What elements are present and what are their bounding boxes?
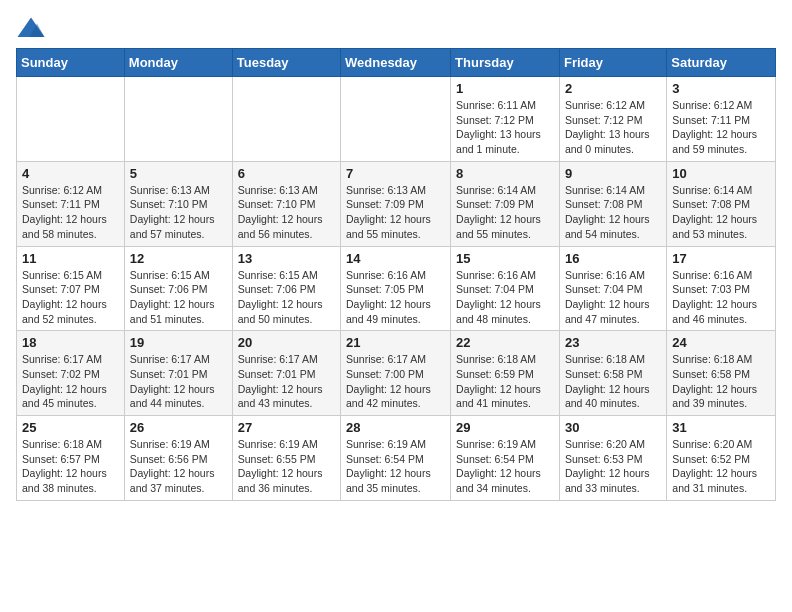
day-number: 10 [672, 166, 770, 181]
calendar-cell: 23Sunrise: 6:18 AM Sunset: 6:58 PM Dayli… [559, 331, 666, 416]
day-number: 22 [456, 335, 554, 350]
calendar-cell: 25Sunrise: 6:18 AM Sunset: 6:57 PM Dayli… [17, 416, 125, 501]
day-number: 20 [238, 335, 335, 350]
logo [16, 16, 48, 40]
calendar-cell [341, 77, 451, 162]
calendar-cell: 30Sunrise: 6:20 AM Sunset: 6:53 PM Dayli… [559, 416, 666, 501]
calendar-cell: 4Sunrise: 6:12 AM Sunset: 7:11 PM Daylig… [17, 161, 125, 246]
header-day-friday: Friday [559, 49, 666, 77]
calendar-cell: 18Sunrise: 6:17 AM Sunset: 7:02 PM Dayli… [17, 331, 125, 416]
day-info: Sunrise: 6:16 AM Sunset: 7:05 PM Dayligh… [346, 268, 445, 327]
calendar-cell: 13Sunrise: 6:15 AM Sunset: 7:06 PM Dayli… [232, 246, 340, 331]
day-number: 8 [456, 166, 554, 181]
day-info: Sunrise: 6:12 AM Sunset: 7:11 PM Dayligh… [672, 98, 770, 157]
day-number: 28 [346, 420, 445, 435]
calendar-cell: 12Sunrise: 6:15 AM Sunset: 7:06 PM Dayli… [124, 246, 232, 331]
day-number: 4 [22, 166, 119, 181]
calendar-week-5: 25Sunrise: 6:18 AM Sunset: 6:57 PM Dayli… [17, 416, 776, 501]
calendar-week-3: 11Sunrise: 6:15 AM Sunset: 7:07 PM Dayli… [17, 246, 776, 331]
calendar-header-row: SundayMondayTuesdayWednesdayThursdayFrid… [17, 49, 776, 77]
day-info: Sunrise: 6:16 AM Sunset: 7:04 PM Dayligh… [565, 268, 661, 327]
calendar-cell: 31Sunrise: 6:20 AM Sunset: 6:52 PM Dayli… [667, 416, 776, 501]
day-number: 2 [565, 81, 661, 96]
day-number: 23 [565, 335, 661, 350]
calendar-week-4: 18Sunrise: 6:17 AM Sunset: 7:02 PM Dayli… [17, 331, 776, 416]
day-number: 25 [22, 420, 119, 435]
calendar-cell: 24Sunrise: 6:18 AM Sunset: 6:58 PM Dayli… [667, 331, 776, 416]
day-number: 17 [672, 251, 770, 266]
day-info: Sunrise: 6:17 AM Sunset: 7:01 PM Dayligh… [130, 352, 227, 411]
day-info: Sunrise: 6:18 AM Sunset: 6:58 PM Dayligh… [672, 352, 770, 411]
header [16, 16, 776, 40]
calendar-cell: 16Sunrise: 6:16 AM Sunset: 7:04 PM Dayli… [559, 246, 666, 331]
day-info: Sunrise: 6:18 AM Sunset: 6:57 PM Dayligh… [22, 437, 119, 496]
day-info: Sunrise: 6:15 AM Sunset: 7:06 PM Dayligh… [130, 268, 227, 327]
day-info: Sunrise: 6:19 AM Sunset: 6:54 PM Dayligh… [346, 437, 445, 496]
calendar-cell: 27Sunrise: 6:19 AM Sunset: 6:55 PM Dayli… [232, 416, 340, 501]
day-info: Sunrise: 6:12 AM Sunset: 7:11 PM Dayligh… [22, 183, 119, 242]
day-info: Sunrise: 6:20 AM Sunset: 6:52 PM Dayligh… [672, 437, 770, 496]
calendar-cell: 29Sunrise: 6:19 AM Sunset: 6:54 PM Dayli… [451, 416, 560, 501]
calendar-cell: 10Sunrise: 6:14 AM Sunset: 7:08 PM Dayli… [667, 161, 776, 246]
calendar-cell: 5Sunrise: 6:13 AM Sunset: 7:10 PM Daylig… [124, 161, 232, 246]
day-info: Sunrise: 6:16 AM Sunset: 7:04 PM Dayligh… [456, 268, 554, 327]
day-info: Sunrise: 6:13 AM Sunset: 7:09 PM Dayligh… [346, 183, 445, 242]
day-number: 21 [346, 335, 445, 350]
calendar-cell: 19Sunrise: 6:17 AM Sunset: 7:01 PM Dayli… [124, 331, 232, 416]
day-number: 3 [672, 81, 770, 96]
calendar-cell: 8Sunrise: 6:14 AM Sunset: 7:09 PM Daylig… [451, 161, 560, 246]
calendar-cell: 20Sunrise: 6:17 AM Sunset: 7:01 PM Dayli… [232, 331, 340, 416]
calendar-cell: 22Sunrise: 6:18 AM Sunset: 6:59 PM Dayli… [451, 331, 560, 416]
day-info: Sunrise: 6:11 AM Sunset: 7:12 PM Dayligh… [456, 98, 554, 157]
calendar-cell: 14Sunrise: 6:16 AM Sunset: 7:05 PM Dayli… [341, 246, 451, 331]
day-number: 16 [565, 251, 661, 266]
calendar-table: SundayMondayTuesdayWednesdayThursdayFrid… [16, 48, 776, 501]
day-number: 1 [456, 81, 554, 96]
day-info: Sunrise: 6:20 AM Sunset: 6:53 PM Dayligh… [565, 437, 661, 496]
day-number: 27 [238, 420, 335, 435]
calendar-week-1: 1Sunrise: 6:11 AM Sunset: 7:12 PM Daylig… [17, 77, 776, 162]
header-day-sunday: Sunday [17, 49, 125, 77]
day-number: 19 [130, 335, 227, 350]
calendar-cell: 7Sunrise: 6:13 AM Sunset: 7:09 PM Daylig… [341, 161, 451, 246]
day-number: 18 [22, 335, 119, 350]
day-number: 12 [130, 251, 227, 266]
header-day-saturday: Saturday [667, 49, 776, 77]
day-info: Sunrise: 6:14 AM Sunset: 7:08 PM Dayligh… [672, 183, 770, 242]
day-number: 14 [346, 251, 445, 266]
calendar-cell: 11Sunrise: 6:15 AM Sunset: 7:07 PM Dayli… [17, 246, 125, 331]
calendar-cell [124, 77, 232, 162]
calendar-cell: 15Sunrise: 6:16 AM Sunset: 7:04 PM Dayli… [451, 246, 560, 331]
day-number: 15 [456, 251, 554, 266]
day-info: Sunrise: 6:12 AM Sunset: 7:12 PM Dayligh… [565, 98, 661, 157]
day-info: Sunrise: 6:18 AM Sunset: 6:59 PM Dayligh… [456, 352, 554, 411]
day-info: Sunrise: 6:17 AM Sunset: 7:00 PM Dayligh… [346, 352, 445, 411]
calendar-week-2: 4Sunrise: 6:12 AM Sunset: 7:11 PM Daylig… [17, 161, 776, 246]
calendar-cell: 21Sunrise: 6:17 AM Sunset: 7:00 PM Dayli… [341, 331, 451, 416]
day-info: Sunrise: 6:17 AM Sunset: 7:02 PM Dayligh… [22, 352, 119, 411]
calendar-cell [232, 77, 340, 162]
day-info: Sunrise: 6:19 AM Sunset: 6:56 PM Dayligh… [130, 437, 227, 496]
calendar-cell: 17Sunrise: 6:16 AM Sunset: 7:03 PM Dayli… [667, 246, 776, 331]
calendar-cell [17, 77, 125, 162]
day-number: 13 [238, 251, 335, 266]
calendar-cell: 9Sunrise: 6:14 AM Sunset: 7:08 PM Daylig… [559, 161, 666, 246]
day-number: 24 [672, 335, 770, 350]
day-number: 9 [565, 166, 661, 181]
day-info: Sunrise: 6:15 AM Sunset: 7:07 PM Dayligh… [22, 268, 119, 327]
header-day-thursday: Thursday [451, 49, 560, 77]
day-info: Sunrise: 6:17 AM Sunset: 7:01 PM Dayligh… [238, 352, 335, 411]
day-info: Sunrise: 6:13 AM Sunset: 7:10 PM Dayligh… [238, 183, 335, 242]
day-number: 11 [22, 251, 119, 266]
day-info: Sunrise: 6:13 AM Sunset: 7:10 PM Dayligh… [130, 183, 227, 242]
day-info: Sunrise: 6:15 AM Sunset: 7:06 PM Dayligh… [238, 268, 335, 327]
calendar-cell: 6Sunrise: 6:13 AM Sunset: 7:10 PM Daylig… [232, 161, 340, 246]
calendar-cell: 2Sunrise: 6:12 AM Sunset: 7:12 PM Daylig… [559, 77, 666, 162]
day-info: Sunrise: 6:19 AM Sunset: 6:54 PM Dayligh… [456, 437, 554, 496]
day-info: Sunrise: 6:16 AM Sunset: 7:03 PM Dayligh… [672, 268, 770, 327]
logo-icon [16, 16, 46, 40]
day-number: 26 [130, 420, 227, 435]
day-info: Sunrise: 6:14 AM Sunset: 7:08 PM Dayligh… [565, 183, 661, 242]
day-number: 31 [672, 420, 770, 435]
day-number: 6 [238, 166, 335, 181]
